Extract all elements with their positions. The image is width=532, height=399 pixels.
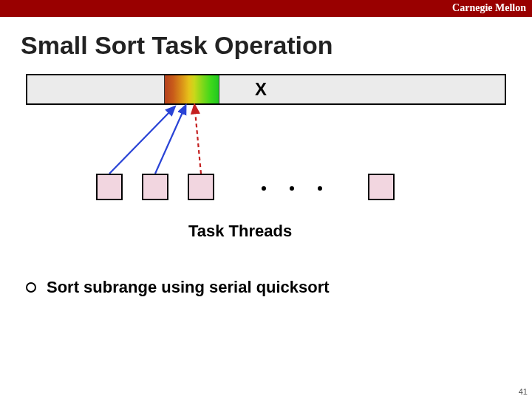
threads-label: Task Threads	[188, 222, 292, 241]
svg-line-2	[195, 111, 201, 174]
bullet-row: Sort subrange using serial quicksort	[26, 278, 330, 297]
svg-line-1	[155, 111, 183, 174]
task-thread-box	[142, 174, 168, 200]
task-thread-box	[368, 174, 395, 200]
ellipsis-dot	[318, 186, 322, 191]
array-label: X	[255, 79, 267, 100]
page-number: 41	[519, 387, 528, 396]
ellipsis-dot	[290, 186, 294, 191]
header-org: Carnegie Mellon	[452, 2, 526, 14]
svg-line-0	[109, 111, 171, 174]
array-sorted-subrange	[164, 75, 219, 103]
thread-arrows	[0, 103, 532, 185]
bullet-text: Sort subrange using serial quicksort	[47, 278, 330, 297]
slide-title: Small Sort Task Operation	[21, 31, 333, 60]
ellipsis-dot	[262, 186, 266, 191]
bullet-icon	[26, 282, 36, 293]
task-thread-box	[188, 174, 214, 200]
task-thread-box	[96, 174, 123, 200]
